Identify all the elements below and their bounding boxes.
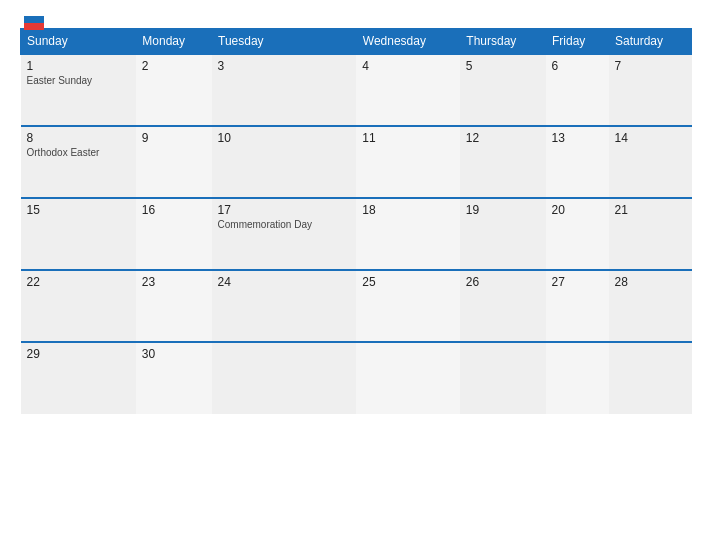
- calendar-cell: [546, 342, 609, 414]
- calendar-cell: 16: [136, 198, 212, 270]
- day-number: 27: [552, 275, 603, 289]
- calendar-cell: [212, 342, 357, 414]
- day-number: 8: [27, 131, 130, 145]
- day-number: 23: [142, 275, 206, 289]
- day-number: 18: [362, 203, 454, 217]
- weekday-header-saturday: Saturday: [609, 29, 692, 55]
- calendar-cell: 15: [21, 198, 136, 270]
- day-number: 22: [27, 275, 130, 289]
- calendar-cell: 30: [136, 342, 212, 414]
- calendar-cell: 8Orthodox Easter: [21, 126, 136, 198]
- calendar-cell: 4: [356, 54, 460, 126]
- calendar-cell: 17Commemoration Day: [212, 198, 357, 270]
- svg-rect-0: [24, 16, 44, 23]
- day-number: 9: [142, 131, 206, 145]
- calendar-header-row: SundayMondayTuesdayWednesdayThursdayFrid…: [21, 29, 692, 55]
- calendar-cell: 18: [356, 198, 460, 270]
- svg-rect-1: [24, 23, 44, 30]
- day-number: 26: [466, 275, 540, 289]
- holiday-label: Commemoration Day: [218, 219, 312, 230]
- day-number: 10: [218, 131, 351, 145]
- calendar-cell: 6: [546, 54, 609, 126]
- holiday-label: Easter Sunday: [27, 75, 93, 86]
- calendar-cell: 26: [460, 270, 546, 342]
- day-number: 19: [466, 203, 540, 217]
- weekday-header-friday: Friday: [546, 29, 609, 55]
- calendar-cell: 11: [356, 126, 460, 198]
- calendar-cell: 21: [609, 198, 692, 270]
- calendar-page: SundayMondayTuesdayWednesdayThursdayFrid…: [0, 0, 712, 550]
- calendar-cell: 23: [136, 270, 212, 342]
- calendar-table: SundayMondayTuesdayWednesdayThursdayFrid…: [20, 28, 692, 414]
- day-number: 1: [27, 59, 130, 73]
- day-number: 28: [615, 275, 686, 289]
- calendar-cell: [609, 342, 692, 414]
- day-number: 6: [552, 59, 603, 73]
- logo-flag-icon: [24, 16, 44, 30]
- day-number: 3: [218, 59, 351, 73]
- day-number: 12: [466, 131, 540, 145]
- calendar-cell: [460, 342, 546, 414]
- day-number: 15: [27, 203, 130, 217]
- calendar-week-0: 1Easter Sunday234567: [21, 54, 692, 126]
- day-number: 30: [142, 347, 206, 361]
- calendar-week-4: 2930: [21, 342, 692, 414]
- day-number: 13: [552, 131, 603, 145]
- day-number: 20: [552, 203, 603, 217]
- calendar-cell: 14: [609, 126, 692, 198]
- calendar-cell: 19: [460, 198, 546, 270]
- calendar-cell: 28: [609, 270, 692, 342]
- calendar-cell: 3: [212, 54, 357, 126]
- weekday-header-sunday: Sunday: [21, 29, 136, 55]
- weekday-header-wednesday: Wednesday: [356, 29, 460, 55]
- calendar-cell: 1Easter Sunday: [21, 54, 136, 126]
- calendar-cell: 13: [546, 126, 609, 198]
- calendar-cell: 5: [460, 54, 546, 126]
- calendar-cell: 7: [609, 54, 692, 126]
- weekday-header-monday: Monday: [136, 29, 212, 55]
- calendar-body: 1Easter Sunday2345678Orthodox Easter9101…: [21, 54, 692, 414]
- day-number: 16: [142, 203, 206, 217]
- calendar-cell: 20: [546, 198, 609, 270]
- calendar-cell: 2: [136, 54, 212, 126]
- calendar-cell: 10: [212, 126, 357, 198]
- day-number: 2: [142, 59, 206, 73]
- calendar-cell: 24: [212, 270, 357, 342]
- calendar-week-3: 22232425262728: [21, 270, 692, 342]
- weekday-header-tuesday: Tuesday: [212, 29, 357, 55]
- calendar-cell: 27: [546, 270, 609, 342]
- calendar-cell: 9: [136, 126, 212, 198]
- holiday-label: Orthodox Easter: [27, 147, 100, 158]
- day-number: 17: [218, 203, 351, 217]
- calendar-cell: 29: [21, 342, 136, 414]
- day-number: 29: [27, 347, 130, 361]
- day-number: 5: [466, 59, 540, 73]
- day-number: 7: [615, 59, 686, 73]
- calendar-cell: 25: [356, 270, 460, 342]
- day-number: 4: [362, 59, 454, 73]
- day-number: 21: [615, 203, 686, 217]
- day-number: 24: [218, 275, 351, 289]
- calendar-week-2: 151617Commemoration Day18192021: [21, 198, 692, 270]
- calendar-cell: 12: [460, 126, 546, 198]
- weekday-header-thursday: Thursday: [460, 29, 546, 55]
- calendar-week-1: 8Orthodox Easter91011121314: [21, 126, 692, 198]
- day-number: 11: [362, 131, 454, 145]
- calendar-cell: 22: [21, 270, 136, 342]
- logo: [20, 16, 44, 30]
- day-number: 14: [615, 131, 686, 145]
- day-number: 25: [362, 275, 454, 289]
- calendar-cell: [356, 342, 460, 414]
